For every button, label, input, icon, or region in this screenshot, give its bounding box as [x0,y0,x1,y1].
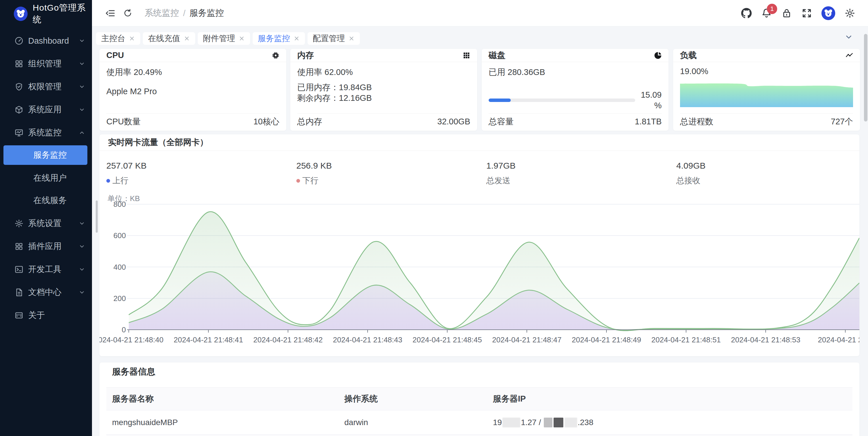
chevron-down-icon [79,38,85,44]
sidebar-item-label: 系统设置 [28,218,79,229]
sidebar-item-dashboard[interactable]: Dashboard [0,29,92,52]
gauge-icon [14,36,24,45]
cpu-chip-icon [271,51,280,60]
memory-card: 内存 使用率 62.00% 已用内存：19.84GB 剩余内存：12.16GB … [290,49,477,131]
sidebar-item-label: 关于 [28,310,92,321]
tab-online-recharge[interactable]: 在线充值 [143,32,195,45]
settings-gear-icon[interactable] [844,8,855,19]
card-title: CPU [106,51,271,60]
header-actions: 1 [741,6,855,20]
collapse-sidebar-icon[interactable] [105,8,116,19]
close-icon[interactable] [293,35,300,42]
traffic-area-chart [99,134,859,356]
close-icon[interactable] [348,35,355,42]
cpu-card-footer: CPU数量 10核心 [106,113,279,130]
sidebar-subitem-online-users[interactable]: 在线用户 [3,168,87,188]
disk-card-footer: 总容量 1.81TB [489,113,662,130]
sidebar-item-system-app[interactable]: 系统应用 [0,98,92,121]
cell-server-ip: 191.27 / .238 [493,417,852,427]
grid-icon [14,242,24,251]
sidebar-item-label: 系统应用 [28,104,79,115]
cpu-card: CPU 使用率 20.49% Apple M2 Pro CPU数量 10核心 [99,49,286,131]
card-title: 内存 [297,50,462,61]
sidebar-item-dev-tools[interactable]: 开发工具 [0,258,92,281]
disk-card-header: 磁盘 [482,49,669,62]
ip-redaction [554,417,563,427]
table-row-partial [106,435,852,436]
footer-value: 1.81TB [635,117,662,126]
sidebar-subitem-online-services[interactable]: 在线服务 [3,191,87,210]
sidebar-item-docs[interactable]: 文档中心 [0,281,92,304]
chevron-down-icon [79,289,85,296]
chevron-down-icon [79,243,85,249]
column-header-ip: 服务器IP [493,393,852,405]
disk-percent-label: 15.09 % [635,90,662,111]
koala-logo-icon [15,8,26,20]
sidebar-subitem-service-monitor[interactable]: 服务监控 [3,145,87,165]
sidebar-item-label: 权限管理 [28,81,79,93]
close-icon[interactable] [239,35,245,42]
sidebar-subitem-label: 在线用户 [33,172,67,184]
tab-label: 附件管理 [203,33,235,44]
ip-part: 1.27 / [521,418,541,427]
breadcrumb: 系统监控 / 服务监控 [145,7,224,19]
sidebar-item-org[interactable]: 组织管理 [0,52,92,75]
tab-attachments[interactable]: 附件管理 [198,32,250,45]
sidebar-item-plugins[interactable]: 插件应用 [0,235,92,258]
tab-service-monitor[interactable]: 服务监控 [253,32,305,45]
ip-redaction [564,417,577,427]
fullscreen-icon[interactable] [801,8,812,19]
column-header-name: 服务器名称 [106,393,344,405]
tab-config[interactable]: 配置管理 [308,32,360,45]
app-title: HotGo管理系统 [33,2,92,26]
notification-bell[interactable]: 1 [761,8,772,19]
footer-label: 总内存 [297,116,322,128]
tab-label: 配置管理 [313,33,345,44]
sidebar-item-label: 开发工具 [28,264,79,275]
disk-card: 磁盘 已用 280.36GB 15.09 % 总容量 1.81TB [482,49,669,131]
breadcrumb-parent[interactable]: 系统监控 [145,7,179,19]
footer-value: 32.00GB [437,117,470,126]
tab-label: 在线充值 [148,33,180,44]
github-icon[interactable] [741,8,752,19]
ip-redaction [544,417,552,427]
server-table: 服务器名称 操作系统 服务器IP mengshuaideMBP darwin 1… [106,387,852,436]
load-card: 负载 19.00% 总进程数 727个 [673,49,860,131]
sidebar-item-system-settings[interactable]: 系统设置 [0,212,92,235]
cell-server-os: darwin [344,418,493,427]
app-logo-row[interactable]: HotGo管理系统 [0,0,92,28]
close-icon[interactable] [129,35,135,42]
breadcrumb-current: 服务监控 [189,7,224,19]
sidebar-subitem-label: 在线服务 [33,195,67,206]
sidebar-item-about[interactable]: 关于 [0,304,92,327]
memory-usage: 使用率 62.00% [297,67,353,78]
lock-screen-icon[interactable] [781,8,792,19]
refresh-icon[interactable] [123,8,132,18]
footer-label: CPU数量 [106,116,141,128]
card-title: 负载 [680,50,845,61]
memory-card-footer: 总内存 32.00GB [297,113,470,130]
tab-list-chevron-icon[interactable] [844,33,853,41]
sidebar-item-label: Dashboard [28,36,79,46]
footer-value: 727个 [831,116,853,128]
app-logo [14,7,28,21]
footer-label: 总容量 [489,116,514,128]
sidebar-item-label: 系统监控 [28,127,79,138]
avatar[interactable] [822,6,835,20]
tab-console[interactable]: 主控台 [96,32,140,45]
chevron-down-icon [79,220,85,227]
content-scrollbar-thumb[interactable] [96,200,98,233]
network-traffic-card: 实时网卡流量（全部网卡） 257.07 KB 上行 256.9 KB 下行 1.… [99,134,859,356]
sidebar-item-system-monitor[interactable]: 系统监控 [0,121,92,144]
disk-progress-fill [489,99,511,102]
disk-progress: 15.09 % [489,90,662,111]
ip-part: 19 [493,418,502,427]
chevron-down-icon [79,106,85,113]
load-card-header: 负载 [673,49,860,62]
memory-free: 剩余内存：12.16GB [297,93,372,104]
cell-server-name: mengshuaideMBP [106,418,344,427]
sidebar-item-permission[interactable]: 权限管理 [0,75,92,98]
cpu-model: Apple M2 Pro [106,87,157,96]
close-icon[interactable] [184,35,190,42]
page-scrollbar-thumb[interactable] [864,34,867,122]
